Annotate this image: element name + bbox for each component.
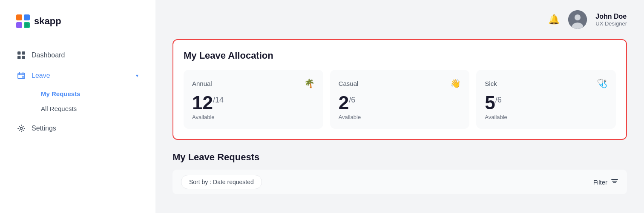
sidebar-item-settings-label: Settings — [32, 125, 56, 132]
dashboard-icon — [17, 51, 26, 60]
casual-leave-total: /6 — [349, 96, 355, 104]
annual-leave-type: Annual — [192, 80, 212, 87]
user-role: UX Designer — [595, 20, 627, 27]
filter-icon — [611, 177, 618, 187]
sick-leave-count: 5/6 — [485, 92, 502, 113]
casual-leave-icon: 👋 — [450, 78, 461, 88]
sidebar-item-dashboard-label: Dashboard — [32, 51, 65, 59]
filter-button[interactable]: Filter — [593, 177, 618, 187]
svg-rect-8 — [22, 56, 26, 60]
avatar-image — [568, 10, 587, 29]
svg-point-13 — [575, 14, 581, 20]
casual-leave-available: Available — [339, 114, 461, 120]
svg-rect-1 — [24, 14, 30, 20]
user-info: John Doe UX Designer — [595, 13, 627, 27]
svg-rect-7 — [17, 56, 21, 60]
user-name: John Doe — [595, 13, 627, 20]
leave-requests-section: My Leave Requests Sort by : Date request… — [172, 152, 627, 194]
svg-rect-6 — [22, 51, 26, 55]
sidebar-item-leave-label: Leave — [32, 72, 50, 80]
logo-icon — [15, 14, 31, 29]
leave-cards-grid: Annual 🌴 12/14 Available Casual 👋 2/6 Av… — [184, 70, 616, 129]
logo[interactable]: skapp — [15, 14, 140, 29]
annual-leave-count: 12/14 — [192, 92, 224, 113]
avatar — [568, 10, 587, 29]
settings-icon — [17, 124, 26, 133]
chevron-down-icon: ▾ — [136, 73, 138, 79]
sidebar: skapp Dashboard — [0, 0, 155, 213]
notification-bell-icon[interactable]: 🔔 — [548, 14, 560, 25]
svg-point-4 — [25, 23, 29, 27]
annual-leave-card: Annual 🌴 12/14 Available — [184, 70, 323, 129]
sidebar-item-all-requests[interactable]: All Requests — [34, 102, 145, 116]
annual-leave-available: Available — [192, 114, 315, 120]
annual-leave-count-area: 12/14 — [192, 94, 315, 112]
leave-allocation-title: My Leave Allocation — [184, 50, 616, 61]
annual-leave-icon: 🌴 — [304, 78, 315, 88]
annual-card-header: Annual 🌴 — [192, 78, 315, 88]
svg-rect-0 — [16, 14, 22, 20]
annual-leave-total: /14 — [213, 96, 224, 104]
logo-area: skapp — [0, 0, 155, 46]
svg-rect-5 — [17, 51, 21, 55]
leave-requests-title: My Leave Requests — [172, 152, 627, 163]
sick-leave-type: Sick — [485, 80, 497, 87]
sidebar-item-leave[interactable]: Leave ▾ — [10, 66, 145, 85]
svg-rect-9 — [18, 73, 25, 79]
sidebar-item-my-requests[interactable]: My Requests — [34, 87, 145, 101]
logo-text: skapp — [34, 16, 61, 27]
casual-leave-count-area: 2/6 — [339, 94, 461, 112]
header: 🔔 John Doe UX Designer — [172, 10, 627, 29]
requests-toolbar: Sort by : Date requested Filter — [172, 170, 627, 194]
casual-leave-count: 2/6 — [339, 92, 356, 113]
sick-leave-count-area: 5/6 — [485, 94, 607, 112]
sidebar-item-dashboard[interactable]: Dashboard — [10, 46, 145, 65]
sidebar-nav: Dashboard Leave ▾ My Requests All Reques… — [0, 46, 155, 139]
sick-leave-icon: 🩺 — [597, 78, 607, 88]
casual-card-header: Casual 👋 — [339, 78, 461, 88]
casual-leave-card: Casual 👋 2/6 Available — [330, 70, 470, 129]
filter-label: Filter — [593, 179, 607, 186]
casual-leave-type: Casual — [339, 80, 359, 87]
leave-allocation-section: My Leave Allocation Annual 🌴 12/14 Avail… — [172, 39, 627, 140]
leave-icon — [17, 71, 26, 80]
sort-by-button[interactable]: Sort by : Date requested — [181, 175, 262, 189]
sick-leave-total: /6 — [495, 96, 502, 104]
main-content: 🔔 John Doe UX Designer My Leave Allocati… — [155, 0, 644, 213]
sidebar-item-settings[interactable]: Settings — [10, 119, 145, 138]
svg-rect-2 — [16, 22, 22, 28]
sick-card-header: Sick 🩺 — [485, 78, 607, 88]
sick-leave-card: Sick 🩺 5/6 Available — [476, 70, 616, 129]
sidebar-subitems: My Requests All Requests — [10, 87, 145, 116]
sick-leave-available: Available — [485, 114, 607, 120]
svg-point-11 — [20, 128, 23, 130]
